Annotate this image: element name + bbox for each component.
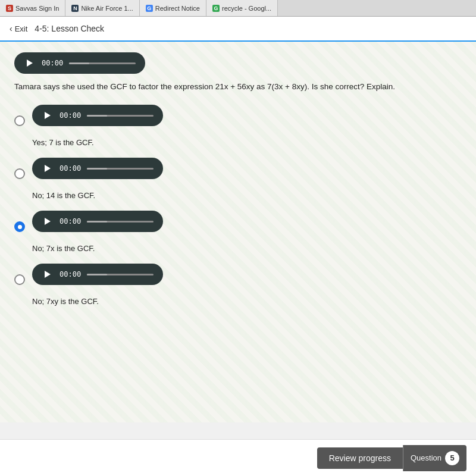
tab-nike-label: Nike Air Force 1...	[81, 5, 133, 12]
question-audio-track[interactable]	[69, 62, 136, 64]
question-audio-time: 00:00	[42, 59, 63, 67]
option-c-audio-player[interactable]: 00:00	[32, 211, 163, 232]
option-c-play-button[interactable]	[42, 215, 54, 227]
option-c-label: No; 7x is the GCF.	[32, 244, 163, 253]
radio-option-a[interactable]	[14, 115, 25, 126]
option-d-play-button[interactable]	[42, 268, 54, 280]
option-c-track[interactable]	[87, 221, 154, 223]
question-audio-fill	[69, 62, 89, 64]
option-a-track[interactable]	[87, 115, 154, 117]
recycle-favicon: G	[212, 5, 220, 12]
option-d-audio-player[interactable]: 00:00	[32, 264, 163, 285]
savvas-favicon: S	[6, 5, 13, 12]
exit-label: Exit	[15, 24, 28, 33]
footer: Review progress Question 5	[0, 439, 476, 476]
nike-favicon: N	[71, 5, 79, 12]
tab-redirect[interactable]: G Redirect Notice	[140, 0, 206, 16]
option-b-label: No; 14 is the GCF.	[32, 191, 163, 200]
question-audio-player[interactable]: 00:00	[14, 52, 145, 74]
main-content: 00:00 Tamara says she used the GCF to fa…	[0, 42, 476, 422]
tab-recycle-label: recycle - Googl...	[222, 5, 271, 12]
radio-option-c[interactable]	[14, 221, 25, 232]
answer-options: 00:00 Yes; 7 is the GCF. 00:00	[14, 105, 462, 306]
option-b-play-button[interactable]	[42, 162, 54, 174]
option-a: 00:00 Yes; 7 is the GCF.	[14, 105, 462, 147]
radio-selected-dot	[18, 225, 22, 229]
tab-savvas-label: Savvas Sign In	[15, 5, 59, 12]
option-d-play-icon	[45, 271, 51, 278]
option-d-audio-time: 00:00	[60, 270, 81, 278]
option-a-audio-time: 00:00	[60, 111, 81, 120]
option-b-content: 00:00 No; 14 is the GCF.	[32, 158, 163, 200]
tab-savvas[interactable]: S Savvas Sign In	[0, 0, 65, 16]
option-b: 00:00 No; 14 is the GCF.	[14, 158, 462, 200]
option-b-track[interactable]	[87, 168, 154, 170]
option-c-play-icon	[45, 218, 51, 225]
option-b-audio-time: 00:00	[60, 164, 81, 173]
option-c-content: 00:00 No; 7x is the GCF.	[32, 211, 163, 253]
tab-redirect-label: Redirect Notice	[155, 5, 200, 12]
app-header: ‹ Exit 4-5: Lesson Check	[0, 17, 476, 42]
option-a-fill	[87, 115, 107, 117]
browser-tabs-bar: S Savvas Sign In N Nike Air Force 1... G…	[0, 0, 476, 17]
option-d-track[interactable]	[87, 274, 154, 275]
option-c-audio-time: 00:00	[60, 217, 81, 226]
option-d-content: 00:00 No; 7xy is the GCF.	[32, 264, 163, 306]
exit-button[interactable]: ‹ Exit	[10, 24, 27, 33]
question-play-button[interactable]	[24, 57, 36, 69]
option-d-fill	[87, 274, 107, 275]
option-a-label: Yes; 7 is the GCF.	[32, 138, 163, 147]
option-b-audio-player[interactable]: 00:00	[32, 158, 163, 179]
question-text: Tamara says she used the GCF to factor t…	[14, 81, 461, 93]
question-number: 5	[445, 451, 459, 465]
question-badge: Question 5	[403, 445, 466, 471]
option-a-audio-player[interactable]: 00:00	[32, 105, 163, 126]
option-c: 00:00 No; 7x is the GCF.	[14, 211, 462, 253]
radio-option-d[interactable]	[14, 274, 25, 285]
lesson-title: 4-5: Lesson Check	[35, 24, 104, 33]
option-a-content: 00:00 Yes; 7 is the GCF.	[32, 105, 163, 147]
play-triangle-icon	[27, 60, 33, 67]
tab-nike[interactable]: N Nike Air Force 1...	[65, 0, 139, 16]
exit-chevron-icon: ‹	[10, 24, 12, 33]
redirect-favicon: G	[146, 5, 153, 12]
radio-option-b[interactable]	[14, 168, 25, 179]
option-d-label: No; 7xy is the GCF.	[32, 297, 163, 306]
question-label: Question	[411, 453, 441, 462]
option-a-play-button[interactable]	[42, 109, 54, 121]
option-b-play-icon	[45, 165, 51, 172]
option-b-fill	[87, 168, 107, 170]
tab-recycle[interactable]: G recycle - Googl...	[206, 0, 278, 16]
option-a-play-icon	[45, 112, 51, 119]
option-d: 00:00 No; 7xy is the GCF.	[14, 264, 462, 306]
option-c-fill	[87, 221, 107, 223]
review-progress-button[interactable]: Review progress	[317, 447, 403, 469]
